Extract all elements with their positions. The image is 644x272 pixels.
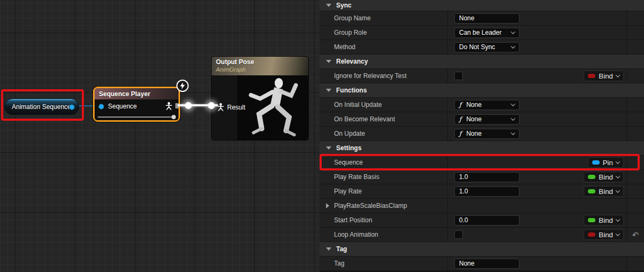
on-become-relevant-dropdown[interactable]: ƒNone bbox=[454, 114, 519, 125]
section-label: Settings bbox=[336, 144, 361, 152]
play-rate-basis-value: 1.0 bbox=[459, 173, 468, 181]
row-playratescalebiasclamp: PlayRateScaleBiasClamp bbox=[320, 199, 644, 213]
property-label: Ignore for Relevancy Test bbox=[334, 72, 407, 80]
on-update-dropdown[interactable]: ƒNone bbox=[454, 129, 519, 139]
collapse-triangle-icon[interactable] bbox=[326, 89, 331, 92]
group-role-dropdown[interactable]: Can be Leader bbox=[454, 28, 519, 38]
section-header-tag[interactable]: Tag bbox=[320, 242, 644, 256]
row-ignore-for-relevancy-test: Ignore for Relevancy Test Bind bbox=[320, 69, 644, 83]
tag-input[interactable]: None bbox=[454, 259, 519, 269]
sequence-player-body: Sequence Player Sequence bbox=[95, 88, 179, 120]
function-f-icon: ƒ bbox=[459, 101, 461, 108]
property-label: On Become Relevant bbox=[334, 115, 395, 123]
bind-red-pill-icon bbox=[588, 74, 595, 78]
play-rate-basis-input[interactable]: 1.0 bbox=[454, 172, 519, 182]
chevron-down-icon bbox=[511, 44, 515, 48]
loop-animation-bind-button[interactable]: Bind bbox=[584, 229, 624, 240]
pose-output-pin-person-icon[interactable] bbox=[166, 102, 172, 112]
on-initial-update-dropdown[interactable]: ƒNone bbox=[454, 100, 519, 110]
sequence-player-title[interactable]: Sequence Player bbox=[95, 88, 179, 99]
sequence-pin-button[interactable]: Pin bbox=[588, 157, 624, 168]
chevron-down-icon bbox=[616, 73, 620, 77]
pose-wire-glow bbox=[208, 102, 215, 109]
row-play-rate-basis: Play Rate Basis 1.0 Bind bbox=[320, 170, 644, 184]
bind-label: Bind bbox=[599, 231, 613, 239]
animgraph-canvas[interactable]: Animation Sequence Sequence Player Seque… bbox=[0, 0, 320, 272]
property-label: Group Role bbox=[334, 29, 367, 36]
ignore-relevancy-checkbox[interactable] bbox=[454, 72, 463, 80]
property-label: Sequence bbox=[334, 159, 363, 166]
tag-value: None bbox=[459, 260, 475, 267]
output-pose-title: Output Pose bbox=[216, 58, 308, 66]
sequence-player-pin-area: Sequence bbox=[95, 99, 179, 120]
chevron-down-icon bbox=[616, 159, 620, 164]
bind-label: Bind bbox=[599, 216, 613, 224]
row-group-role: Group Role Can be Leader bbox=[320, 26, 644, 40]
output-pose-subtitle: AnimGraph bbox=[216, 66, 308, 73]
bind-label: Bind bbox=[599, 188, 613, 196]
pin-blue-pill-icon bbox=[592, 160, 600, 165]
property-label: Tag bbox=[334, 260, 344, 267]
row-play-rate: Play Rate 1.0 Bind bbox=[320, 184, 644, 198]
collapse-triangle-icon[interactable] bbox=[326, 4, 331, 7]
bind-green-pill-icon bbox=[588, 218, 595, 222]
section-label: Functions bbox=[336, 87, 367, 94]
start-position-bind-button[interactable]: Bind bbox=[584, 215, 624, 226]
section-label: Relevancy bbox=[336, 58, 368, 65]
node-animation-sequence-label: Animation Sequence bbox=[12, 103, 71, 111]
property-label: Method bbox=[334, 43, 355, 51]
output-pose-title-bar[interactable]: Output Pose AnimGraph bbox=[212, 57, 308, 75]
chevron-down-icon bbox=[616, 217, 620, 221]
animation-sequence-output-pin[interactable] bbox=[69, 104, 75, 110]
chevron-down-icon bbox=[616, 174, 620, 178]
node-output-pose[interactable]: Output Pose AnimGraph bbox=[211, 56, 309, 141]
fast-path-lightning-icon bbox=[176, 80, 189, 92]
property-label: On Update bbox=[334, 130, 365, 137]
property-label: Loop Animation bbox=[334, 231, 378, 238]
node-sequence-player[interactable]: Sequence Player Sequence bbox=[93, 87, 180, 122]
property-label: Start Position bbox=[334, 216, 372, 224]
play-rate-bind-button[interactable]: Bind bbox=[584, 186, 624, 197]
details-panel: Sync Group Name None Group Role Can be L… bbox=[320, 0, 644, 272]
expand-triangle-icon[interactable] bbox=[326, 203, 329, 208]
section-header-relevancy[interactable]: Relevancy bbox=[320, 55, 644, 68]
section-header-functions[interactable]: Functions bbox=[320, 83, 644, 97]
bind-label: Bind bbox=[599, 72, 613, 80]
pin-label: Pin bbox=[603, 159, 613, 167]
sequence-input-pin[interactable] bbox=[98, 104, 104, 110]
collapse-triangle-icon[interactable] bbox=[326, 146, 331, 150]
chevron-down-icon bbox=[511, 130, 515, 135]
chevron-down-icon bbox=[616, 231, 620, 236]
section-header-sync[interactable]: Sync bbox=[320, 0, 644, 11]
undo-arrow-icon[interactable]: ↶ bbox=[632, 231, 639, 239]
row-method: Method Do Not Sync bbox=[320, 40, 644, 54]
chevron-down-icon bbox=[511, 102, 515, 106]
playback-progress-handle[interactable] bbox=[172, 115, 176, 119]
start-position-value: 0.0 bbox=[459, 216, 468, 224]
group-name-value: None bbox=[459, 14, 475, 22]
group-name-input[interactable]: None bbox=[454, 13, 519, 24]
section-header-settings[interactable]: Settings bbox=[320, 141, 644, 155]
result-input-pin[interactable]: Result bbox=[218, 103, 245, 111]
play-rate-basis-bind-button[interactable]: Bind bbox=[584, 172, 624, 182]
start-position-input[interactable]: 0.0 bbox=[454, 215, 519, 226]
function-f-icon: ƒ bbox=[459, 130, 461, 137]
loop-animation-checkbox[interactable] bbox=[454, 230, 463, 239]
row-on-become-relevant: On Become Relevant ƒNone bbox=[320, 112, 644, 126]
unreal-animgraph-editor: Animation Sequence Sequence Player Seque… bbox=[0, 0, 644, 272]
section-label: Tag bbox=[336, 245, 347, 253]
chevron-down-icon bbox=[511, 29, 515, 34]
node-animation-sequence[interactable]: Animation Sequence bbox=[4, 98, 79, 115]
property-label: Play Rate Basis bbox=[334, 173, 379, 181]
pose-wire-glow bbox=[185, 102, 192, 109]
row-on-initial-update: On Initial Update ƒNone bbox=[320, 98, 644, 112]
collapse-triangle-icon[interactable] bbox=[326, 247, 331, 251]
property-label: Play Rate bbox=[334, 188, 362, 195]
ignore-relevancy-bind-button[interactable]: Bind bbox=[584, 71, 624, 81]
collapse-triangle-icon[interactable] bbox=[326, 60, 331, 63]
method-dropdown[interactable]: Do Not Sync bbox=[454, 42, 519, 52]
play-rate-input[interactable]: 1.0 bbox=[454, 186, 519, 197]
chevron-down-icon bbox=[616, 188, 620, 192]
function-value: None bbox=[466, 130, 482, 137]
row-loop-animation: Loop Animation Bind ↶ bbox=[320, 228, 644, 242]
